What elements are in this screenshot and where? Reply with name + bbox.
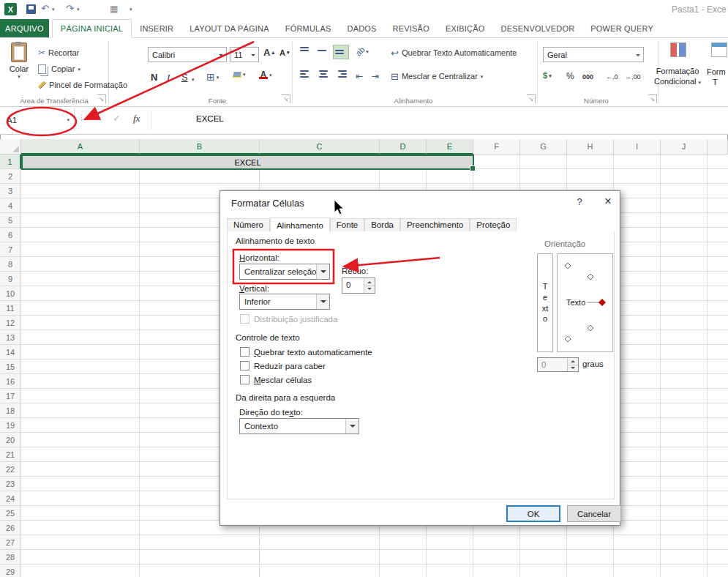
combobox-arrow-button[interactable] — [345, 419, 359, 433]
increase-indent-button[interactable]: ⇥ — [372, 71, 379, 81]
formula-bar-splitter[interactable]: ⋮ — [78, 113, 86, 122]
name-box[interactable]: A1 ▾ — [0, 108, 75, 131]
row-header-12[interactable]: 12 — [0, 316, 21, 330]
enter-entry-icon[interactable]: ✓ — [113, 113, 121, 124]
comma-style-button[interactable]: 000 — [582, 73, 593, 81]
ribbon-tab-power-query[interactable]: POWER QUERY — [582, 19, 661, 37]
column-header-J[interactable]: J — [661, 139, 708, 155]
row-header-8[interactable]: 8 — [0, 257, 21, 272]
paste-button[interactable]: Colar ▾ — [4, 41, 34, 95]
row-header-9[interactable]: 9 — [0, 272, 21, 286]
row-header-28[interactable]: 28 — [0, 550, 21, 565]
undo-button[interactable]: ↶ — [41, 3, 49, 15]
merge-cells-checkbox[interactable]: Mesclar células — [240, 375, 312, 384]
clipboard-dialog-launcher[interactable]: ↘ — [97, 94, 106, 103]
align-bottom-button[interactable] — [334, 45, 348, 59]
increase-decimal-button[interactable]: ←,0 — [606, 73, 618, 81]
row-header-2[interactable]: 2 — [0, 169, 21, 184]
horizontal-combobox[interactable]: Centralizar seleção — [239, 264, 330, 280]
dialog-help-button[interactable]: ? — [568, 196, 590, 207]
column-header-A[interactable]: A — [21, 139, 140, 155]
row-header-29[interactable]: 29 — [0, 565, 21, 577]
cancel-button[interactable]: Cancelar — [567, 505, 621, 522]
row-header-4[interactable]: 4 — [0, 198, 21, 213]
checkbox-box[interactable] — [240, 361, 249, 371]
number-dialog-launcher[interactable]: ↘ — [648, 94, 657, 103]
checkbox-box[interactable] — [240, 347, 249, 357]
align-left-button[interactable] — [299, 69, 313, 82]
ribbon-tab-revis-o[interactable]: REVISÃO — [385, 19, 438, 37]
align-top-button[interactable] — [299, 45, 313, 59]
ribbon-tab-dados[interactable]: DADOS — [339, 19, 384, 37]
ribbon-tab-inserir[interactable]: INSERIR — [132, 19, 181, 37]
increase-font-button[interactable]: A▴ — [263, 47, 274, 58]
row-header-15[interactable]: 15 — [0, 360, 21, 374]
row-header-16[interactable]: 16 — [0, 374, 21, 389]
format-painter-button[interactable]: Pincel de Formatação — [38, 78, 127, 92]
column-header-D[interactable]: D — [380, 139, 427, 155]
dial-diamond-icon[interactable] — [565, 336, 571, 342]
decrease-indent-button[interactable]: ⇤ — [356, 71, 363, 81]
ribbon-tab-exibi-o[interactable]: EXIBIÇÃO — [438, 19, 493, 37]
text-direction-combobox[interactable]: Contexto — [239, 418, 359, 434]
spin-down-button[interactable] — [364, 286, 375, 294]
insert-function-icon[interactable]: fx — [133, 113, 140, 124]
wrap-text-button[interactable]: ↩ Quebrar Texto Automaticamente — [391, 45, 517, 60]
dialog-tab-prote-o[interactable]: Proteção — [470, 218, 517, 231]
dialog-tab-fonte[interactable]: Fonte — [330, 218, 364, 231]
underline-dropdown-icon[interactable]: ▾ — [192, 77, 195, 83]
row-header-23[interactable]: 23 — [0, 477, 21, 491]
vertical-combobox[interactable]: Inferior — [239, 294, 330, 310]
select-all-corner[interactable] — [0, 139, 21, 155]
shrink-to-fit-checkbox[interactable]: Reduzir para caber — [240, 361, 326, 371]
orientation-button[interactable]: ab ▾ — [356, 47, 369, 56]
customize-ribbon-icon[interactable]: ▦ — [110, 3, 118, 15]
row-header-27[interactable]: 27 — [0, 535, 21, 550]
undo-dropdown-icon[interactable]: ▾ — [52, 7, 55, 12]
row-header-10[interactable]: 10 — [0, 286, 21, 301]
font-dialog-launcher[interactable]: ↘ — [282, 94, 290, 103]
number-format-combobox[interactable]: Geral — [543, 47, 644, 62]
font-color-button[interactable]: A ▾ — [259, 70, 272, 79]
accounting-format-button[interactable]: $ ▾ — [543, 71, 552, 80]
redo-dropdown-icon[interactable]: ▾ — [77, 7, 80, 12]
conditional-formatting-button[interactable]: Formatação Condicional ▾ — [647, 66, 708, 87]
save-button[interactable] — [26, 4, 36, 14]
format-as-table-button[interactable]: Form T — [707, 67, 726, 86]
underline-button[interactable]: S — [181, 72, 188, 83]
row-header-17[interactable]: 17 — [0, 389, 21, 403]
column-header-F[interactable]: F — [473, 139, 520, 155]
file-tab[interactable]: ARQUIVO — [0, 19, 49, 37]
spin-up-button[interactable] — [364, 278, 375, 286]
ok-button[interactable]: OK — [506, 505, 560, 522]
formula-input[interactable]: EXCEL — [196, 114, 224, 123]
italic-button[interactable]: I — [167, 72, 170, 83]
column-header-E[interactable]: E — [427, 139, 473, 155]
name-box-dropdown-icon[interactable]: ▾ — [67, 117, 74, 123]
alignment-dialog-launcher[interactable]: ↘ — [527, 94, 536, 103]
fill-color-button[interactable]: ▾ — [233, 71, 246, 78]
selected-range[interactable]: EXCEL — [21, 155, 474, 170]
column-header-I[interactable]: I — [614, 139, 661, 155]
row-header-25[interactable]: 25 — [0, 506, 21, 521]
dial-diamond-icon[interactable] — [565, 263, 571, 269]
combobox-arrow-button[interactable] — [316, 264, 329, 279]
row-header-14[interactable]: 14 — [0, 345, 21, 360]
qat-customize-dropdown-icon[interactable]: ▾ — [130, 7, 132, 12]
dial-diamond-icon[interactable] — [588, 325, 593, 331]
row-header-6[interactable]: 6 — [0, 228, 21, 242]
row-header-18[interactable]: 18 — [0, 403, 21, 418]
dial-handle-icon[interactable] — [598, 299, 606, 306]
indent-spinner[interactable]: 0 — [342, 278, 375, 294]
font-name-combobox[interactable]: Calibri — [148, 47, 227, 62]
fill-handle[interactable] — [470, 165, 476, 171]
align-middle-button[interactable] — [316, 45, 331, 59]
ribbon-tab-f-rmulas[interactable]: FÓRMULAS — [277, 19, 339, 37]
dialog-close-button[interactable]: × — [599, 195, 617, 208]
borders-button[interactable]: ⊞ ▾ — [206, 71, 219, 83]
font-size-combobox[interactable]: 11 — [230, 47, 259, 62]
combobox-arrow-button[interactable] — [316, 294, 329, 309]
redo-button[interactable]: ↷ — [66, 3, 74, 15]
decrease-decimal-button[interactable]: →,00 — [625, 73, 641, 81]
row-header-13[interactable]: 13 — [0, 330, 21, 345]
